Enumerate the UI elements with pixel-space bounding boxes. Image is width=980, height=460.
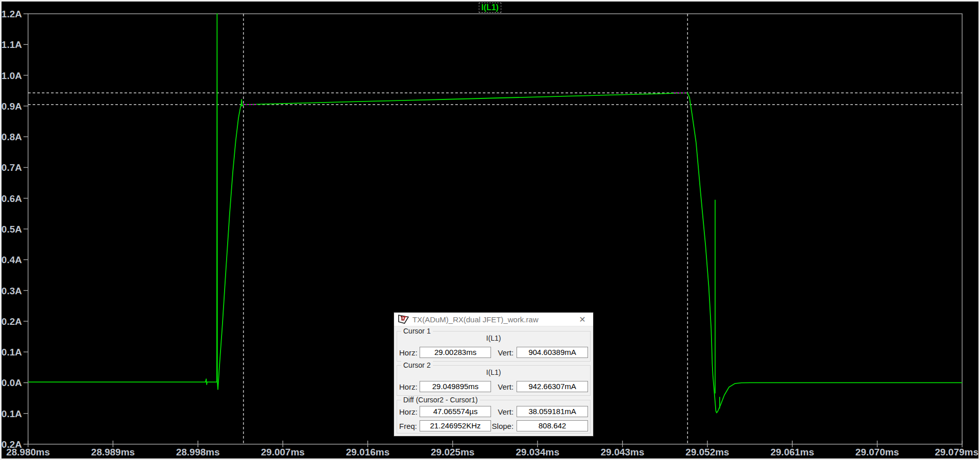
y-tick-label: 0.2A (2, 316, 22, 327)
diff-freq-label: Freq: (399, 422, 420, 430)
diff-vert-label: Vert: (491, 407, 517, 416)
x-tick-label: 29.079ms (935, 447, 978, 457)
y-tick-label: 0.4A (2, 254, 22, 265)
diff-group: Diff (Cursor2 - Cursor1) Horz: 47.065574… (397, 400, 591, 433)
diff-slope-label: Slope: (491, 422, 517, 430)
y-tick-label: 1.0A (2, 70, 22, 81)
x-tick-label: 29.016ms (346, 447, 390, 457)
y-tick-label: 0.5A (2, 224, 22, 235)
ltspice-logo-icon (398, 315, 409, 324)
trace-label[interactable]: I(L1) (479, 3, 501, 13)
cursor2-signal-label: I(L1) (397, 368, 590, 376)
cursor1-group: Cursor 1 I(L1) Horz: 29.00283ms Vert: 90… (397, 331, 591, 362)
y-tick-label: 0.1A (2, 347, 22, 357)
diff-horz-label: Horz: (399, 407, 420, 416)
diff-freq-field[interactable]: 21.246952KHz (420, 420, 491, 431)
x-tick-label: 29.052ms (685, 447, 729, 457)
x-tick-label: 28.998ms (176, 447, 220, 457)
x-tick-label: 29.025ms (431, 447, 475, 457)
cursor2-horz-field[interactable]: 29.049895ms (420, 381, 491, 392)
cursor1-vert-label: Vert: (491, 348, 517, 357)
y-tick-label: 0.8A (2, 132, 22, 142)
close-icon[interactable]: ✕ (575, 314, 590, 325)
y-tick-label: -0.2A (2, 439, 22, 450)
y-tick-label: 1.1A (2, 39, 22, 50)
cursor1-horz-label: Horz: (399, 348, 420, 357)
diff-horz-field[interactable]: 47.065574µs (420, 406, 491, 417)
cursor1-vert-field[interactable]: 904.60389mA (517, 347, 588, 358)
cursor-dialog: TX(ADuM)_RX(dual JFET)_work.raw ✕ Cursor… (394, 312, 594, 437)
y-tick-label: 0.0A (2, 377, 22, 388)
cursor2-vert-field[interactable]: 942.66307mA (517, 381, 588, 392)
dialog-title: TX(ADuM)_RX(dual JFET)_work.raw (412, 315, 538, 324)
y-tick-label: 0.7A (2, 162, 22, 173)
x-tick-label: 29.007ms (261, 447, 305, 457)
y-tick-label: 0.3A (2, 286, 22, 296)
dialog-titlebar[interactable]: TX(ADuM)_RX(dual JFET)_work.raw ✕ (394, 313, 593, 326)
diff-vert-field[interactable]: 38.059181mA (517, 406, 588, 417)
diff-group-label: Diff (Cursor2 - Cursor1) (401, 396, 480, 404)
y-tick-label: -0.1A (2, 408, 22, 419)
cursor2-horz-label: Horz: (399, 382, 420, 391)
x-tick-label: 29.070ms (855, 447, 899, 457)
x-tick-label: 29.034ms (516, 447, 559, 457)
cursor1-signal-label: I(L1) (397, 334, 590, 342)
cursor2-group: Cursor 2 I(L1) Horz: 29.049895ms Vert: 9… (397, 365, 591, 396)
y-tick-label: 1.2A (2, 9, 22, 19)
x-tick-label: 28.989ms (91, 447, 135, 457)
cursor1-horz-field[interactable]: 29.00283ms (420, 347, 491, 358)
x-tick-label: 29.061ms (770, 447, 814, 457)
y-tick-label: 0.9A (2, 101, 22, 112)
waveform-window: 28.980ms28.989ms28.998ms29.007ms29.016ms… (0, 0, 980, 460)
x-tick-label: 29.043ms (601, 447, 645, 457)
cursor2-vert-label: Vert: (491, 382, 517, 391)
diff-slope-field[interactable]: 808.642 (517, 420, 588, 431)
y-tick-label: 0.6A (2, 193, 22, 204)
